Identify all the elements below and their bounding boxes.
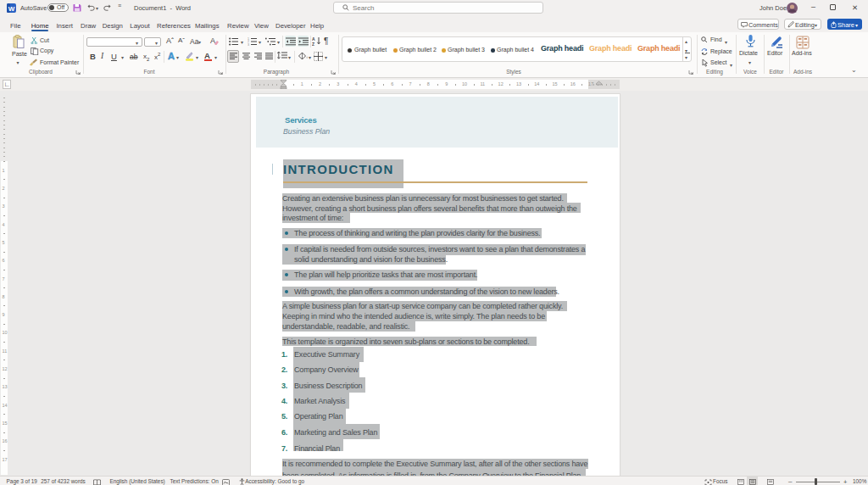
svg-text:W: W — [8, 4, 15, 12]
svg-text:3: 3 — [248, 43, 249, 46]
svg-text:Z: Z — [312, 42, 314, 46]
